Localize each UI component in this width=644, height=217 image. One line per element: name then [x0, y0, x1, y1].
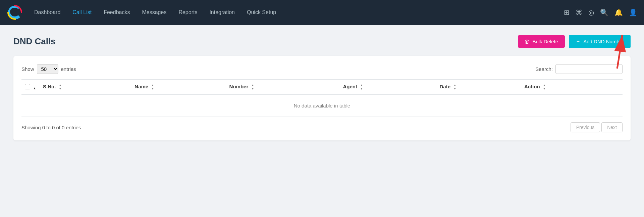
nav-icons: ⊞ ⌘ ◎ 🔍 🔔 👤 — [564, 8, 637, 16]
search-input[interactable] — [555, 64, 623, 74]
name-header[interactable]: Name ▲▼ — [131, 80, 226, 95]
action-label: Action — [524, 84, 540, 89]
nav-messages[interactable]: Messages — [136, 0, 172, 25]
agent-label: Agent — [343, 84, 357, 89]
search-icon[interactable]: 🔍 — [600, 8, 608, 16]
navbar: Dashboard Call List Feedbacks Messages R… — [0, 0, 644, 25]
page-title: DND Calls — [13, 36, 56, 47]
select-all-checkbox[interactable] — [25, 84, 30, 89]
number-label: Number — [229, 84, 249, 89]
bulk-delete-button[interactable]: 🗑 Bulk Delete — [518, 35, 565, 48]
main-content: DND Calls 🗑 Bulk Delete ＋ Add DND Number — [0, 25, 644, 150]
number-sort: ▲▼ — [251, 84, 254, 90]
number-header[interactable]: Number ▲▼ — [226, 80, 340, 95]
previous-button[interactable]: Previous — [571, 122, 600, 132]
dnd-table: ▲ S.No. ▲▼ Name ▲▼ Number ▲▼ — [21, 79, 623, 117]
trash-icon: 🗑 — [525, 39, 530, 44]
table-header-row: ▲ S.No. ▲▼ Name ▲▼ Number ▲▼ — [21, 80, 623, 95]
show-entries: Show 50 10 25 100 entries — [21, 64, 76, 74]
android-icon[interactable]: ⊞ — [564, 8, 570, 16]
notification-icon[interactable]: 🔔 — [614, 8, 623, 16]
showing-text: Showing 0 to 0 of 0 entries — [21, 125, 81, 130]
sno-sort: ▲▼ — [59, 84, 62, 90]
add-dnd-label: Add DND Number — [583, 39, 624, 44]
entries-select[interactable]: 50 10 25 100 — [37, 64, 58, 74]
select-all-header: ▲ — [21, 80, 40, 95]
nav-quick-setup[interactable]: Quick Setup — [241, 0, 282, 25]
nav-feedbacks[interactable]: Feedbacks — [98, 0, 136, 25]
nav-links: Dashboard Call List Feedbacks Messages R… — [28, 0, 564, 25]
search-box: Search: — [535, 64, 623, 74]
add-dnd-container: ＋ Add DND Number — [569, 35, 631, 48]
add-dnd-button[interactable]: ＋ Add DND Number — [569, 35, 631, 48]
support-icon[interactable]: ◎ — [588, 8, 594, 16]
pagination: Previous Next — [571, 122, 623, 132]
action-sort: ▲▼ — [543, 84, 546, 90]
header-actions: 🗑 Bulk Delete ＋ Add DND Number — [518, 35, 631, 48]
action-header[interactable]: Action ▲▼ — [521, 80, 623, 95]
nav-reports[interactable]: Reports — [172, 0, 203, 25]
search-label: Search: — [535, 66, 553, 72]
apple-icon[interactable]: ⌘ — [576, 8, 582, 16]
sno-header[interactable]: S.No. ▲▼ — [40, 80, 131, 95]
no-data-cell: No data available in table — [21, 95, 623, 117]
table-controls-top: Show 50 10 25 100 entries Search: — [21, 64, 623, 74]
date-label: Date — [440, 84, 451, 89]
nav-call-list[interactable]: Call List — [66, 0, 98, 25]
name-sort: ▲▼ — [151, 84, 154, 90]
nav-dashboard[interactable]: Dashboard — [28, 0, 66, 25]
table-body: No data available in table — [21, 95, 623, 117]
logo[interactable] — [7, 4, 23, 20]
no-data-row: No data available in table — [21, 95, 623, 117]
user-icon[interactable]: 👤 — [629, 8, 637, 16]
bulk-delete-label: Bulk Delete — [532, 39, 558, 44]
entries-label: entries — [61, 66, 76, 72]
next-button[interactable]: Next — [601, 122, 623, 132]
nav-integration[interactable]: Integration — [203, 0, 241, 25]
show-label: Show — [21, 66, 34, 72]
plus-icon: ＋ — [576, 38, 581, 45]
data-card: Show 50 10 25 100 entries Search: — [13, 56, 631, 140]
agent-header[interactable]: Agent ▲▼ — [339, 80, 436, 95]
name-label: Name — [135, 84, 148, 89]
agent-sort: ▲▼ — [360, 84, 363, 90]
table-controls-bottom: Showing 0 to 0 of 0 entries Previous Nex… — [21, 122, 623, 132]
date-header[interactable]: Date ▲▼ — [436, 80, 521, 95]
sort-up-icon: ▲ — [33, 86, 36, 90]
page-header: DND Calls 🗑 Bulk Delete ＋ Add DND Number — [13, 35, 631, 48]
sno-label: S.No. — [43, 84, 56, 89]
date-sort: ▲▼ — [453, 84, 457, 90]
